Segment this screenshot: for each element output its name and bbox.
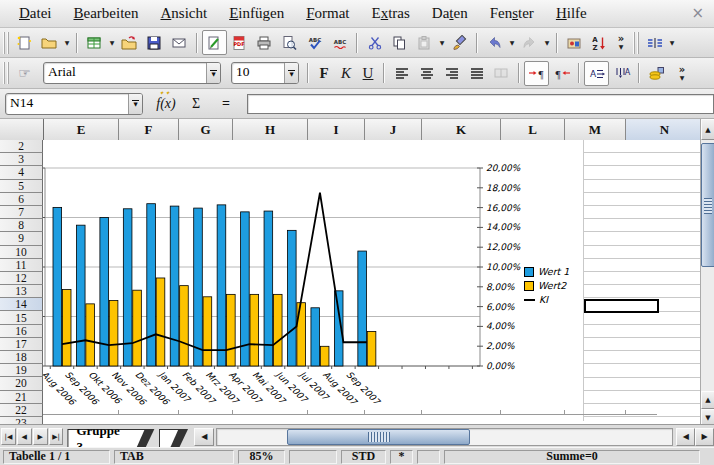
- menu-daten[interactable]: Daten: [421, 2, 479, 25]
- column-header-E[interactable]: E: [44, 119, 119, 140]
- menu-ansicht[interactable]: Ansicht: [149, 2, 218, 25]
- row-header-4[interactable]: 4: [0, 166, 43, 179]
- undo-dropdown-icon[interactable]: ▼: [507, 32, 517, 54]
- new-spreadsheet-icon[interactable]: [82, 30, 107, 55]
- toolbar-grip[interactable]: [3, 32, 10, 54]
- last-sheet-icon[interactable]: ▶|: [49, 428, 64, 445]
- scroll-up-icon[interactable]: ▲: [701, 391, 714, 409]
- scroll-right-icon[interactable]: ▶: [695, 428, 714, 446]
- new-wizard-icon[interactable]: [12, 30, 37, 55]
- undo-icon[interactable]: [482, 30, 507, 55]
- row-header-15[interactable]: 15: [0, 311, 43, 324]
- sheet-tab-stub[interactable]: [159, 429, 189, 448]
- toolbar-grip[interactable]: [633, 32, 640, 54]
- edit-file-icon[interactable]: [202, 30, 227, 55]
- menu-hilfe[interactable]: Hilfe: [545, 2, 598, 25]
- function-wizard-icon[interactable]: f(x): [153, 96, 179, 112]
- font-size-combo[interactable]: 10: [231, 62, 299, 84]
- row-header-8[interactable]: 8: [0, 219, 43, 232]
- row-header-13[interactable]: 13: [0, 285, 43, 298]
- sheet-grid[interactable]: 1101001000100000,00%2,00%4,00%6,00%8,00%…: [0, 140, 700, 424]
- font-name-combo[interactable]: Arial: [43, 62, 221, 84]
- currency-icon[interactable]: [644, 61, 669, 86]
- gallery-icon[interactable]: [562, 30, 587, 55]
- row-header-19[interactable]: 19: [0, 364, 43, 377]
- active-cell-cursor[interactable]: [584, 299, 659, 313]
- row-header-12[interactable]: 12: [0, 272, 43, 285]
- close-icon[interactable]: ×: [691, 4, 704, 22]
- row-header-23[interactable]: 23: [0, 417, 43, 424]
- new-dropdown-icon[interactable]: ▼: [62, 32, 72, 54]
- underline-button[interactable]: U: [357, 62, 379, 84]
- column-header-L[interactable]: L: [501, 119, 565, 140]
- toolbar-overflow-icon[interactable]: »▼: [612, 31, 630, 55]
- row-header-2[interactable]: 2: [0, 140, 43, 153]
- vertical-scrollbar[interactable]: ▲ ▲ ▼: [700, 119, 714, 447]
- row-header-18[interactable]: 18: [0, 351, 43, 364]
- row-header-20[interactable]: 20: [0, 377, 43, 390]
- paragraph-rtl-icon[interactable]: ¶: [549, 61, 574, 86]
- font-name-dropdown-icon[interactable]: [206, 63, 220, 83]
- scroll-left-icon[interactable]: ◀: [676, 428, 695, 446]
- menu-datei[interactable]: Datei: [8, 2, 63, 25]
- column-header-G[interactable]: G: [179, 119, 233, 140]
- cut-icon[interactable]: [362, 30, 387, 55]
- page-preview-icon[interactable]: [277, 30, 302, 55]
- menu-extras[interactable]: Extras: [361, 2, 421, 25]
- row-header-3[interactable]: 3: [0, 153, 43, 166]
- embedded-chart[interactable]: 1101001000100000,00%2,00%4,00%6,00%8,00%…: [17, 150, 583, 416]
- row-header-7[interactable]: 7: [0, 206, 43, 219]
- save-icon[interactable]: [142, 30, 167, 55]
- compare-columns-icon[interactable]: [642, 30, 667, 55]
- menu-bearbeiten[interactable]: Bearbeiten: [63, 2, 150, 25]
- first-sheet-icon[interactable]: |◀: [1, 428, 16, 445]
- next-sheet-icon[interactable]: ▶: [33, 428, 48, 445]
- toolbar-overflow-icon[interactable]: »▼: [673, 61, 691, 85]
- equals-icon[interactable]: =: [213, 96, 239, 112]
- column-header-H[interactable]: H: [233, 119, 308, 140]
- auto-spellcheck-icon[interactable]: ABC: [327, 30, 352, 55]
- export-pdf-icon[interactable]: PDF: [227, 30, 252, 55]
- menu-fenster[interactable]: Fenster: [479, 2, 545, 25]
- text-direction-vertical-icon[interactable]: A: [609, 61, 634, 86]
- align-center-icon[interactable]: [414, 61, 439, 86]
- open-folder-icon[interactable]: [37, 30, 62, 55]
- select-all-corner[interactable]: [0, 119, 44, 140]
- formula-input[interactable]: [247, 94, 714, 114]
- menu-format[interactable]: Format: [295, 2, 360, 25]
- horizontal-scrollbar[interactable]: [216, 428, 673, 446]
- menu-einfügen[interactable]: Einfügen: [218, 2, 295, 25]
- italic-button[interactable]: K: [335, 62, 357, 84]
- row-header-14[interactable]: 14: [0, 298, 43, 311]
- format-paintbrush-icon[interactable]: [447, 30, 472, 55]
- row-header-10[interactable]: 10: [0, 246, 43, 259]
- align-justify-icon[interactable]: [464, 61, 489, 86]
- align-left-icon[interactable]: [389, 61, 414, 86]
- name-box[interactable]: N14: [5, 93, 143, 115]
- align-right-icon[interactable]: [439, 61, 464, 86]
- hand-pointer-icon[interactable]: ☞: [12, 61, 37, 86]
- tab-scroll-left-icon[interactable]: ◀: [194, 428, 214, 446]
- bold-button[interactable]: F: [313, 62, 335, 84]
- row-header-11[interactable]: 11: [0, 259, 43, 272]
- row-header-16[interactable]: 16: [0, 325, 43, 338]
- paragraph-ltr-icon[interactable]: ¶: [524, 61, 549, 86]
- horizontal-scrollbar-thumb[interactable]: [287, 429, 470, 445]
- print-icon[interactable]: [252, 30, 277, 55]
- spellcheck-icon[interactable]: ABC: [302, 30, 327, 55]
- column-header-J[interactable]: J: [365, 119, 422, 140]
- copy-icon[interactable]: [387, 30, 412, 55]
- column-header-N[interactable]: N: [626, 119, 704, 140]
- new-spreadsheet-dropdown-icon[interactable]: ▼: [107, 32, 117, 54]
- sheet-tab-gruppe-3[interactable]: Gruppe 3: [67, 429, 154, 448]
- scroll-up-icon[interactable]: ▲: [701, 119, 714, 140]
- toolbar-dropdown-icon[interactable]: ▼: [667, 32, 677, 54]
- column-header-K[interactable]: K: [422, 119, 501, 140]
- font-size-dropdown-icon[interactable]: [284, 63, 298, 83]
- sort-ascending-icon[interactable]: AZ: [587, 30, 612, 55]
- name-box-dropdown-icon[interactable]: [128, 94, 142, 114]
- previous-sheet-icon[interactable]: ◀: [17, 428, 32, 445]
- vertical-scrollbar-thumb[interactable]: [701, 143, 714, 267]
- send-mail-icon[interactable]: [167, 30, 192, 55]
- column-header-I[interactable]: I: [308, 119, 365, 140]
